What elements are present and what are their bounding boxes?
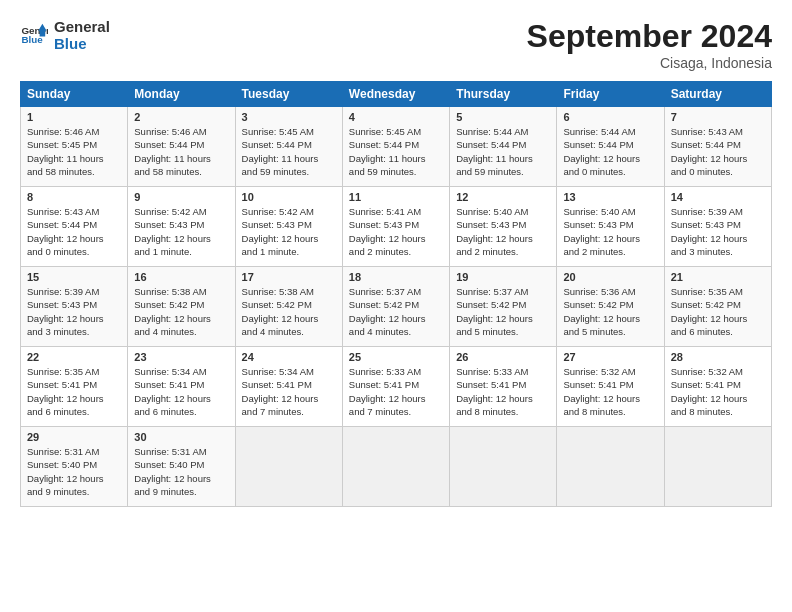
logo-icon: General Blue [20, 21, 48, 49]
day-number: 11 [349, 191, 443, 203]
cell-content: Sunrise: 5:40 AM Sunset: 5:43 PM Dayligh… [456, 206, 533, 257]
cell-content: Sunrise: 5:43 AM Sunset: 5:44 PM Dayligh… [27, 206, 104, 257]
header-day: Tuesday [235, 82, 342, 107]
cell-content: Sunrise: 5:35 AM Sunset: 5:41 PM Dayligh… [27, 366, 104, 417]
calendar-cell: 15 Sunrise: 5:39 AM Sunset: 5:43 PM Dayl… [21, 267, 128, 347]
month-title: September 2024 [527, 18, 772, 55]
day-number: 1 [27, 111, 121, 123]
cell-content: Sunrise: 5:44 AM Sunset: 5:44 PM Dayligh… [563, 126, 640, 177]
day-number: 2 [134, 111, 228, 123]
day-number: 24 [242, 351, 336, 363]
calendar-cell: 8 Sunrise: 5:43 AM Sunset: 5:44 PM Dayli… [21, 187, 128, 267]
calendar-cell [342, 427, 449, 507]
calendar-cell: 23 Sunrise: 5:34 AM Sunset: 5:41 PM Dayl… [128, 347, 235, 427]
day-number: 3 [242, 111, 336, 123]
cell-content: Sunrise: 5:42 AM Sunset: 5:43 PM Dayligh… [134, 206, 211, 257]
location: Cisaga, Indonesia [527, 55, 772, 71]
calendar-cell: 9 Sunrise: 5:42 AM Sunset: 5:43 PM Dayli… [128, 187, 235, 267]
calendar-cell: 26 Sunrise: 5:33 AM Sunset: 5:41 PM Dayl… [450, 347, 557, 427]
header-day: Friday [557, 82, 664, 107]
day-number: 12 [456, 191, 550, 203]
cell-content: Sunrise: 5:32 AM Sunset: 5:41 PM Dayligh… [563, 366, 640, 417]
header-day: Wednesday [342, 82, 449, 107]
calendar-cell [450, 427, 557, 507]
header-day: Thursday [450, 82, 557, 107]
calendar-cell: 20 Sunrise: 5:36 AM Sunset: 5:42 PM Dayl… [557, 267, 664, 347]
calendar-cell: 21 Sunrise: 5:35 AM Sunset: 5:42 PM Dayl… [664, 267, 771, 347]
day-number: 28 [671, 351, 765, 363]
calendar-cell: 19 Sunrise: 5:37 AM Sunset: 5:42 PM Dayl… [450, 267, 557, 347]
calendar-cell: 27 Sunrise: 5:32 AM Sunset: 5:41 PM Dayl… [557, 347, 664, 427]
calendar-cell [557, 427, 664, 507]
day-number: 26 [456, 351, 550, 363]
day-number: 19 [456, 271, 550, 283]
calendar-table: SundayMondayTuesdayWednesdayThursdayFrid… [20, 81, 772, 507]
header-day: Sunday [21, 82, 128, 107]
calendar-cell: 1 Sunrise: 5:46 AM Sunset: 5:45 PM Dayli… [21, 107, 128, 187]
calendar-cell: 28 Sunrise: 5:32 AM Sunset: 5:41 PM Dayl… [664, 347, 771, 427]
cell-content: Sunrise: 5:34 AM Sunset: 5:41 PM Dayligh… [134, 366, 211, 417]
day-number: 25 [349, 351, 443, 363]
header-day: Saturday [664, 82, 771, 107]
cell-content: Sunrise: 5:46 AM Sunset: 5:44 PM Dayligh… [134, 126, 211, 177]
calendar-cell: 16 Sunrise: 5:38 AM Sunset: 5:42 PM Dayl… [128, 267, 235, 347]
calendar-cell: 5 Sunrise: 5:44 AM Sunset: 5:44 PM Dayli… [450, 107, 557, 187]
calendar-cell [235, 427, 342, 507]
cell-content: Sunrise: 5:31 AM Sunset: 5:40 PM Dayligh… [27, 446, 104, 497]
cell-content: Sunrise: 5:43 AM Sunset: 5:44 PM Dayligh… [671, 126, 748, 177]
calendar-cell: 13 Sunrise: 5:40 AM Sunset: 5:43 PM Dayl… [557, 187, 664, 267]
cell-content: Sunrise: 5:33 AM Sunset: 5:41 PM Dayligh… [349, 366, 426, 417]
cell-content: Sunrise: 5:46 AM Sunset: 5:45 PM Dayligh… [27, 126, 104, 177]
calendar-week-row: 8 Sunrise: 5:43 AM Sunset: 5:44 PM Dayli… [21, 187, 772, 267]
calendar-cell: 3 Sunrise: 5:45 AM Sunset: 5:44 PM Dayli… [235, 107, 342, 187]
calendar-cell: 10 Sunrise: 5:42 AM Sunset: 5:43 PM Dayl… [235, 187, 342, 267]
day-number: 17 [242, 271, 336, 283]
day-number: 16 [134, 271, 228, 283]
cell-content: Sunrise: 5:39 AM Sunset: 5:43 PM Dayligh… [671, 206, 748, 257]
day-number: 30 [134, 431, 228, 443]
calendar-cell: 4 Sunrise: 5:45 AM Sunset: 5:44 PM Dayli… [342, 107, 449, 187]
header: General Blue General Blue September 2024… [20, 18, 772, 71]
calendar-week-row: 15 Sunrise: 5:39 AM Sunset: 5:43 PM Dayl… [21, 267, 772, 347]
cell-content: Sunrise: 5:42 AM Sunset: 5:43 PM Dayligh… [242, 206, 319, 257]
calendar-cell: 18 Sunrise: 5:37 AM Sunset: 5:42 PM Dayl… [342, 267, 449, 347]
calendar-cell: 14 Sunrise: 5:39 AM Sunset: 5:43 PM Dayl… [664, 187, 771, 267]
cell-content: Sunrise: 5:37 AM Sunset: 5:42 PM Dayligh… [456, 286, 533, 337]
cell-content: Sunrise: 5:38 AM Sunset: 5:42 PM Dayligh… [134, 286, 211, 337]
day-number: 21 [671, 271, 765, 283]
day-number: 29 [27, 431, 121, 443]
title-block: September 2024 Cisaga, Indonesia [527, 18, 772, 71]
day-number: 23 [134, 351, 228, 363]
day-number: 10 [242, 191, 336, 203]
day-number: 6 [563, 111, 657, 123]
cell-content: Sunrise: 5:37 AM Sunset: 5:42 PM Dayligh… [349, 286, 426, 337]
header-day: Monday [128, 82, 235, 107]
day-number: 20 [563, 271, 657, 283]
calendar-cell: 17 Sunrise: 5:38 AM Sunset: 5:42 PM Dayl… [235, 267, 342, 347]
day-number: 15 [27, 271, 121, 283]
cell-content: Sunrise: 5:45 AM Sunset: 5:44 PM Dayligh… [242, 126, 319, 177]
calendar-cell: 11 Sunrise: 5:41 AM Sunset: 5:43 PM Dayl… [342, 187, 449, 267]
cell-content: Sunrise: 5:39 AM Sunset: 5:43 PM Dayligh… [27, 286, 104, 337]
logo-blue: Blue [54, 35, 110, 52]
cell-content: Sunrise: 5:44 AM Sunset: 5:44 PM Dayligh… [456, 126, 533, 177]
day-number: 7 [671, 111, 765, 123]
calendar-cell: 7 Sunrise: 5:43 AM Sunset: 5:44 PM Dayli… [664, 107, 771, 187]
day-number: 18 [349, 271, 443, 283]
cell-content: Sunrise: 5:35 AM Sunset: 5:42 PM Dayligh… [671, 286, 748, 337]
header-row: SundayMondayTuesdayWednesdayThursdayFrid… [21, 82, 772, 107]
calendar-cell: 12 Sunrise: 5:40 AM Sunset: 5:43 PM Dayl… [450, 187, 557, 267]
day-number: 4 [349, 111, 443, 123]
cell-content: Sunrise: 5:36 AM Sunset: 5:42 PM Dayligh… [563, 286, 640, 337]
calendar-cell: 29 Sunrise: 5:31 AM Sunset: 5:40 PM Dayl… [21, 427, 128, 507]
day-number: 13 [563, 191, 657, 203]
calendar-cell: 25 Sunrise: 5:33 AM Sunset: 5:41 PM Dayl… [342, 347, 449, 427]
day-number: 8 [27, 191, 121, 203]
calendar-week-row: 29 Sunrise: 5:31 AM Sunset: 5:40 PM Dayl… [21, 427, 772, 507]
calendar-week-row: 22 Sunrise: 5:35 AM Sunset: 5:41 PM Dayl… [21, 347, 772, 427]
calendar-cell: 2 Sunrise: 5:46 AM Sunset: 5:44 PM Dayli… [128, 107, 235, 187]
day-number: 27 [563, 351, 657, 363]
logo-general: General [54, 18, 110, 35]
cell-content: Sunrise: 5:33 AM Sunset: 5:41 PM Dayligh… [456, 366, 533, 417]
calendar-cell: 6 Sunrise: 5:44 AM Sunset: 5:44 PM Dayli… [557, 107, 664, 187]
